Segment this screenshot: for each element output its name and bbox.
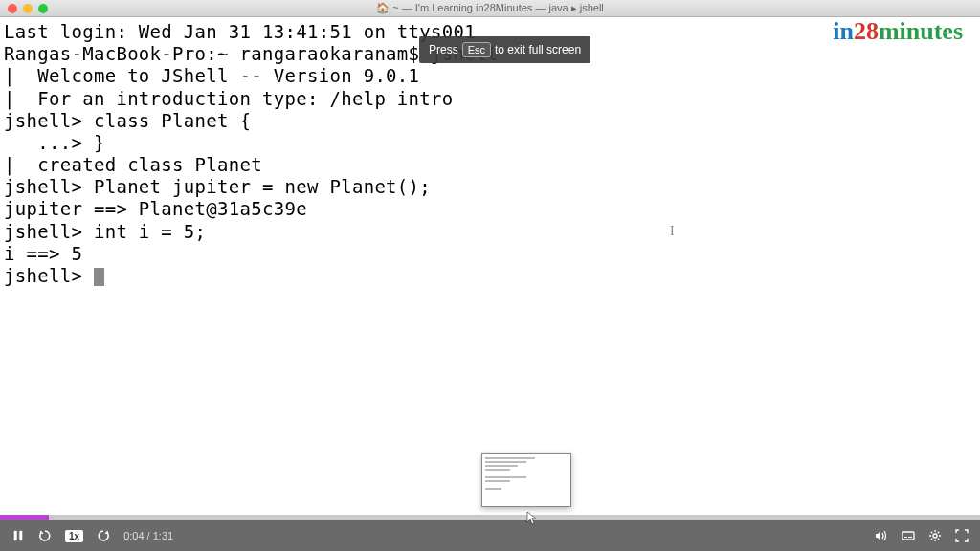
terminal-line: | created class Planet — [4, 154, 976, 176]
terminal-line: ...> } — [4, 132, 976, 154]
svg-point-5 — [933, 534, 937, 538]
ibeam-cursor-icon: I — [670, 224, 675, 239]
traffic-lights — [8, 4, 48, 13]
logo-part-minutes: minutes — [879, 17, 963, 45]
in28minutes-logo: in28minutes — [833, 17, 963, 46]
logo-part-in: in — [833, 17, 854, 45]
cursor — [94, 268, 104, 286]
fullscreen-hint-overlay: Press Esc to exit full screen — [419, 36, 590, 63]
captions-button[interactable] — [902, 529, 915, 542]
terminal-line: jshell> Planet jupiter = new Planet(); — [4, 176, 976, 198]
window-titlebar: 🏠 ~ — I'm Learning in28Minutes — java ▸ … — [0, 0, 980, 17]
svg-rect-1 — [19, 531, 22, 540]
maximize-button[interactable] — [38, 4, 48, 13]
terminal-line: jshell> class Planet { — [4, 110, 976, 132]
pause-button[interactable] — [11, 529, 25, 542]
rewind-button[interactable] — [38, 529, 52, 542]
svg-rect-4 — [908, 537, 912, 538]
esc-key-icon: Esc — [462, 42, 491, 57]
terminal-output[interactable]: Last login: Wed Jan 31 13:41:51 on ttys0… — [0, 17, 980, 517]
terminal-line: | Welcome to JShell -- Version 9.0.1 — [4, 65, 976, 87]
logo-part-28: 28 — [854, 17, 879, 45]
terminal-line: i ==> 5 — [4, 243, 976, 265]
hint-press-label: Press — [429, 43, 458, 56]
svg-rect-2 — [902, 532, 914, 540]
playback-speed-button[interactable]: 1x — [65, 530, 83, 542]
forward-button[interactable] — [97, 529, 110, 542]
svg-rect-0 — [14, 531, 17, 540]
terminal-line: | For an introduction type: /help intro — [4, 88, 976, 110]
fullscreen-button[interactable] — [955, 529, 969, 542]
svg-rect-3 — [904, 537, 907, 538]
hint-rest-label: to exit full screen — [495, 43, 581, 56]
video-time-display: 0:04 / 1:31 — [123, 530, 173, 541]
terminal-line: jshell> int i = 5; — [4, 221, 976, 243]
terminal-line: jupiter ==> Planet@31a5c39e — [4, 198, 976, 220]
video-thumbnail-preview — [481, 453, 571, 507]
close-button[interactable] — [8, 4, 17, 13]
settings-button[interactable] — [928, 529, 942, 542]
mouse-cursor-icon — [526, 511, 538, 526]
video-controls-bar: 1x 0:04 / 1:31 — [0, 520, 980, 551]
terminal-prompt-line: jshell> — [4, 265, 976, 287]
window-title: 🏠 ~ — I'm Learning in28Minutes — java ▸ … — [376, 2, 604, 14]
minimize-button[interactable] — [23, 4, 33, 13]
volume-button[interactable] — [875, 529, 888, 542]
